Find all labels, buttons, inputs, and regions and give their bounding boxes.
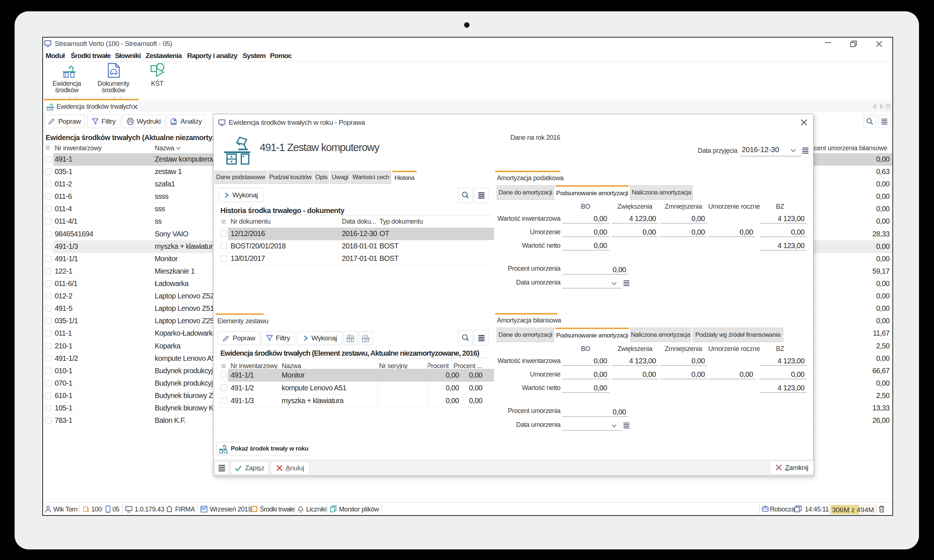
svg-text:@%: @% xyxy=(346,334,354,338)
svg-text:↩%: ↩% xyxy=(362,334,368,338)
